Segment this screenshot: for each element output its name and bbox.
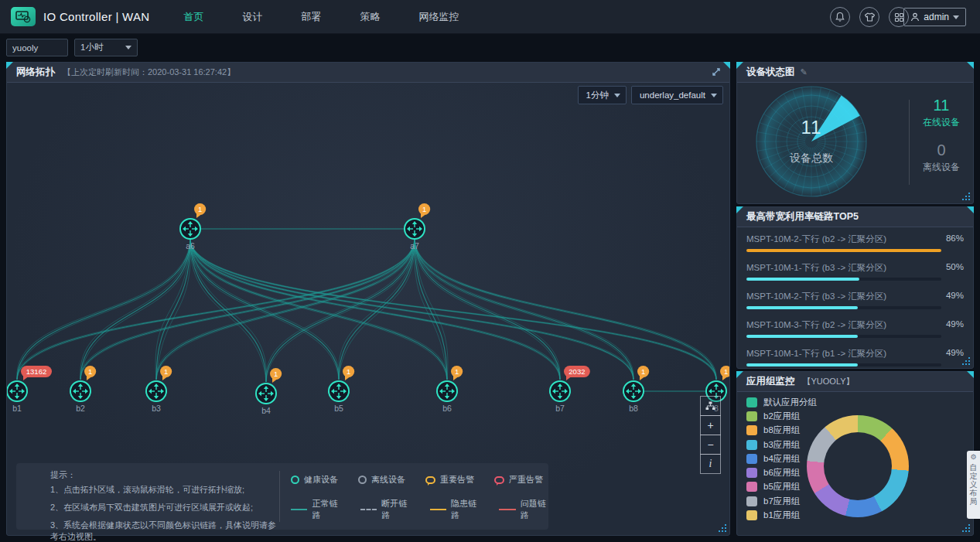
custom-layout-tab[interactable]: ⚙ 自定义布局 — [967, 451, 980, 519]
app-group-title: 应用组监控 — [746, 375, 795, 388]
app-logo-icon — [11, 7, 36, 26]
device-total-gauge: 11 设备总数 — [750, 84, 873, 200]
divider — [909, 100, 910, 185]
topology-link[interactable] — [17, 239, 415, 380]
topology-link[interactable] — [190, 239, 716, 380]
user-menu[interactable]: admin — [903, 8, 966, 26]
topology-link[interactable] — [156, 239, 415, 380]
info-button[interactable]: i — [700, 454, 721, 474]
alarm-count: 1 — [274, 370, 278, 378]
notification-bell-icon[interactable] — [830, 7, 850, 27]
app-group-name: b4应用组 — [763, 453, 800, 465]
legend-color-chip — [746, 468, 757, 478]
theme-skin-icon[interactable] — [859, 7, 879, 27]
topology-link[interactable] — [190, 239, 716, 380]
utilization-percent: 49% — [946, 291, 964, 302]
resize-grip[interactable] — [961, 191, 971, 201]
node-label: b5 — [334, 404, 343, 413]
topology-node-b3[interactable]: b31 — [146, 366, 172, 413]
legend-item: 隐患链路 — [430, 498, 480, 521]
alarm-count: 1 — [724, 367, 728, 376]
topology-node-b6[interactable]: b61 — [437, 366, 463, 413]
custom-layout-label: 自定义布局 — [970, 463, 978, 506]
corner-accent — [967, 62, 974, 69]
utilization-bar — [746, 306, 858, 309]
topology-canvas[interactable]: a61a71b113162b21b31b41b51b61b72032b8181 — [7, 83, 729, 463]
app-legend-item[interactable]: b7应用组 — [746, 494, 817, 508]
node-label: b6 — [442, 404, 452, 413]
online-label: 在线设备 — [913, 116, 969, 129]
nav-item-policy[interactable]: 策略 — [358, 7, 381, 27]
node-label: b2 — [76, 404, 85, 413]
node-label: b7 — [555, 404, 565, 413]
resize-grip[interactable] — [717, 523, 727, 533]
topology-link[interactable] — [190, 239, 339, 380]
topology-link[interactable] — [17, 239, 190, 380]
topology-link[interactable] — [156, 239, 415, 380]
topology-node-b7[interactable]: b72032 — [550, 366, 590, 413]
topology-link[interactable] — [415, 239, 633, 380]
topology-zoom-controls: + − i — [700, 397, 721, 474]
topology-node-a6[interactable]: a61 — [180, 203, 206, 251]
tenant-input[interactable] — [6, 39, 68, 56]
utilization-bar — [746, 249, 941, 252]
topology-link[interactable] — [17, 239, 190, 380]
nav-item-network-monitor[interactable]: 网络监控 — [417, 7, 460, 27]
time-range-select[interactable]: 1小时 — [74, 39, 138, 56]
app-group-name: b1应用组 — [763, 510, 800, 521]
zoom-out-button[interactable]: − — [700, 435, 721, 455]
app-legend-item[interactable]: b3应用组 — [746, 438, 817, 452]
device-total-value: 11 — [750, 117, 873, 138]
app-legend-item[interactable]: b2应用组 — [746, 409, 817, 423]
topology-node-b8[interactable]: b81 — [623, 366, 649, 413]
expand-icon[interactable] — [711, 66, 722, 80]
network-topology-panel: 网络拓扑 【上次定时刷新时间：2020-03-31 16:27:42】 1分钟 … — [6, 62, 730, 536]
tip-line: 1、点击拓扑区域，滚动鼠标滑轮，可进行拓扑缩放; — [50, 484, 279, 496]
app-legend-item[interactable]: 默认应用分组 — [746, 395, 817, 409]
offline-label: 离线设备 — [913, 161, 969, 174]
topology-node-b1[interactable]: b113162 — [7, 366, 52, 413]
alarm-count: 1 — [422, 205, 426, 213]
app-group-name: b6应用组 — [763, 467, 800, 479]
topology-node-b2[interactable]: b21 — [70, 366, 96, 413]
nav-item-deploy[interactable]: 部署 — [299, 7, 323, 27]
bar-track — [746, 306, 941, 309]
resize-grip[interactable] — [961, 523, 971, 533]
top5-item: MSPT-10M-3-下行 (b2 -> 汇聚分区)49% — [746, 319, 964, 338]
chevron-down-icon — [125, 46, 131, 49]
resize-grip[interactable] — [961, 356, 971, 366]
topology-link[interactable] — [415, 239, 716, 380]
topology-link[interactable] — [17, 239, 415, 380]
alarm-count: 1 — [455, 367, 459, 376]
topology-link[interactable] — [17, 239, 415, 380]
edit-icon[interactable]: ✎ — [801, 67, 808, 77]
topology-link[interactable] — [415, 239, 716, 380]
topology-node-b4[interactable]: b41 — [256, 368, 282, 415]
topology-node-b5[interactable]: b51 — [329, 366, 354, 413]
zoom-in-button[interactable]: + — [700, 415, 721, 435]
app-legend-item[interactable]: b8应用组 — [746, 424, 817, 438]
top5-item: MSPT-10M-1-下行 (b1 -> 汇聚分区)49% — [746, 348, 964, 366]
device-circle-icon — [291, 476, 299, 484]
corner-accent — [6, 62, 13, 69]
alarm-count: 1 — [347, 367, 350, 376]
corner-accent — [736, 371, 743, 378]
app-legend-item[interactable]: b1应用组 — [746, 508, 817, 522]
fit-view-button[interactable] — [700, 396, 721, 416]
top5-item: MSPT-10M-2-下行 (b2 -> 汇聚分区)86% — [746, 234, 964, 252]
offline-count: 0 — [913, 141, 969, 159]
app-legend-item[interactable]: b5应用组 — [746, 480, 817, 494]
link-line-icon — [291, 509, 307, 510]
legend-item: 健康设备 — [291, 474, 338, 486]
device-circle-icon — [358, 476, 367, 484]
nav-item-design[interactable]: 设计 — [241, 7, 264, 27]
link-line-icon — [360, 509, 377, 510]
nav-item-home[interactable]: 首页 — [182, 7, 205, 27]
corner-accent — [967, 371, 974, 378]
tips-title: 提示： — [50, 469, 279, 481]
topology-node-a7[interactable]: a71 — [405, 203, 430, 251]
topology-link[interactable] — [415, 239, 716, 380]
app-group-name: b2应用组 — [763, 411, 800, 422]
topology-link[interactable] — [80, 239, 190, 380]
topology-link[interactable] — [190, 239, 716, 380]
